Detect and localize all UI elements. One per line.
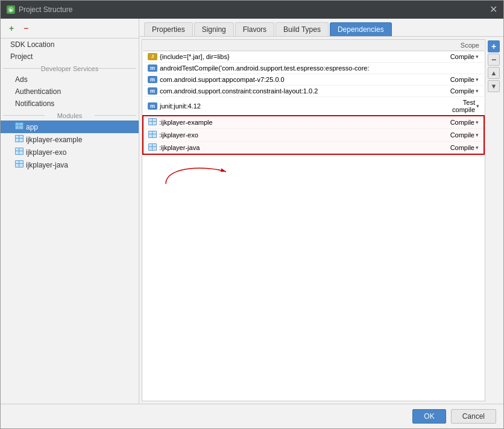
developer-services-section: Developer Services [1, 63, 139, 74]
maven-icon: m [148, 76, 157, 83]
svg-rect-15 [16, 151, 19, 154]
ok-button[interactable]: OK [412, 409, 446, 424]
module-dep-icon [148, 118, 157, 127]
dep-row-8[interactable]: :ijkplayer-java Compile ▾ [143, 142, 484, 155]
move-up-button[interactable]: ▲ [488, 67, 500, 79]
module-name: ijkplayer-java [26, 161, 68, 169]
dep-name-cell: :ijkplayer-java [143, 142, 446, 155]
svg-rect-33 [149, 144, 152, 146]
scope-dropdown[interactable]: Compile ▾ [450, 76, 479, 83]
module-list: appijkplayer-exampleijkplayer-exoijkplay… [1, 121, 139, 171]
scope-value: Compile [450, 53, 474, 60]
dep-name-cell: :ijkplayer-example [143, 116, 446, 129]
sidebar-item-project[interactable]: Project [1, 51, 139, 63]
authentication-label: Authentication [15, 87, 61, 96]
dialog-title: Project Structure [19, 5, 72, 14]
sidebar-item-notifications[interactable]: Notifications [1, 98, 139, 110]
svg-rect-16 [19, 151, 23, 154]
dep-text: com.android.support.constraint:constrain… [160, 87, 318, 95]
maven-icon: m [148, 102, 157, 110]
dep-table-body: J {include=[*.jar], dir=libs} Compile ▾ … [143, 51, 484, 155]
dep-table-container: Scope J {include=[*.jar], dir=libs} Comp… [142, 39, 485, 401]
scope-dropdown[interactable]: Compile ▾ [450, 131, 479, 139]
tab-build_types[interactable]: Build Types [276, 22, 329, 36]
sidebar-module-ijkplayer-exo[interactable]: ijkplayer-exo [1, 146, 139, 158]
title-bar: ▶ Project Structure ✕ [1, 1, 503, 19]
dep-row-3[interactable]: m com.android.support:appcompat-v7:25.0.… [143, 74, 484, 86]
scope-value: Compile [450, 119, 474, 126]
ads-label: Ads [15, 75, 28, 84]
scope-arrow[interactable]: ▾ [476, 77, 479, 83]
dep-text: com.android.support:appcompat-v7:25.0.0 [160, 76, 285, 83]
svg-rect-6 [19, 126, 23, 129]
dep-side-buttons: + − ▲ ▼ [487, 39, 501, 93]
scope-dropdown[interactable]: Compile ▾ [450, 53, 479, 60]
add-module-button[interactable]: + [5, 22, 17, 34]
scope-dropdown[interactable]: Compile ▾ [450, 87, 479, 95]
scope-arrow[interactable]: ▾ [476, 103, 479, 109]
add-dependency-button[interactable]: + [488, 40, 500, 52]
dep-name-cell: J {include=[*.jar], dir=libs} [143, 51, 446, 63]
cancel-button[interactable]: Cancel [451, 409, 496, 424]
jar-icon: J [148, 53, 157, 60]
scope-arrow[interactable]: ▾ [476, 132, 479, 138]
module-dep-icon [148, 143, 157, 152]
svg-rect-20 [16, 164, 19, 167]
dep-text: :ijkplayer-java [159, 144, 200, 151]
dep-name-cell: :ijkplayer-exo [143, 129, 446, 142]
svg-rect-31 [153, 134, 156, 137]
main-content: PropertiesSigningFlavorsBuild TypesDepen… [139, 19, 503, 404]
tab-dependencies[interactable]: Dependencies [330, 22, 392, 36]
dep-column-header [143, 40, 446, 51]
dep-row-7[interactable]: :ijkplayer-exo Compile ▾ [143, 129, 484, 142]
remove-module-button[interactable]: − [20, 22, 32, 34]
scope-arrow[interactable]: ▾ [476, 54, 479, 60]
dep-row-4[interactable]: m com.android.support.constraint:constra… [143, 86, 484, 97]
app-icon: ▶ [7, 5, 15, 14]
svg-rect-21 [19, 164, 23, 167]
module-icon [15, 148, 24, 157]
scope-value: Compile [450, 76, 474, 83]
scope-arrow[interactable]: ▾ [476, 119, 479, 125]
dep-text: androidTestCompile('com.android.support.… [160, 64, 370, 72]
svg-rect-36 [153, 147, 156, 150]
svg-rect-24 [153, 119, 156, 121]
svg-rect-23 [149, 119, 152, 121]
scope-arrow[interactable]: ▾ [476, 145, 479, 151]
dep-text: junit:junit:4.12 [160, 102, 201, 110]
tabs-bar: PropertiesSigningFlavorsBuild TypesDepen… [139, 19, 503, 37]
dep-scope-cell: Compile ▾ [446, 74, 484, 86]
sidebar-item-ads[interactable]: Ads [1, 74, 139, 86]
scope-dropdown[interactable]: Compile ▾ [450, 119, 479, 126]
move-down-button[interactable]: ▼ [488, 80, 500, 92]
dep-row-1[interactable]: J {include=[*.jar], dir=libs} Compile ▾ [143, 51, 484, 63]
sidebar-module-ijkplayer-java[interactable]: ijkplayer-java [1, 158, 139, 171]
scope-column-header: Scope [446, 40, 484, 51]
title-bar-left: ▶ Project Structure [7, 5, 72, 14]
sidebar-module-ijkplayer-example[interactable]: ijkplayer-example [1, 133, 139, 146]
svg-rect-11 [19, 139, 23, 142]
tab-signing[interactable]: Signing [194, 22, 234, 36]
module-icon [15, 122, 24, 131]
sidebar-module-app[interactable]: app [1, 121, 139, 133]
scope-dropdown[interactable]: Compile ▾ [450, 144, 479, 151]
dep-row-2[interactable]: m androidTestCompile('com.android.suppor… [143, 63, 484, 74]
svg-rect-19 [19, 161, 23, 163]
sidebar-item-authentication[interactable]: Authentication [1, 86, 139, 98]
sidebar-item-sdk-location[interactable]: SDK Location [1, 39, 139, 51]
dep-row-6[interactable]: :ijkplayer-example Compile ▾ [143, 116, 484, 129]
maven-icon: m [148, 87, 157, 95]
remove-dependency-button[interactable]: − [488, 54, 500, 66]
svg-rect-10 [16, 139, 19, 142]
dep-row-5[interactable]: m junit:junit:4.12 Test compile ▾ [143, 97, 484, 116]
dep-text: {include=[*.jar], dir=libs} [160, 53, 230, 60]
maven-icon: m [148, 64, 157, 72]
tab-properties[interactable]: Properties [144, 22, 193, 36]
scope-arrow[interactable]: ▾ [476, 88, 479, 94]
svg-rect-13 [16, 148, 19, 151]
tab-flavors[interactable]: Flavors [235, 22, 274, 36]
svg-rect-18 [16, 161, 19, 163]
dep-name-cell: m androidTestCompile('com.android.suppor… [143, 63, 446, 74]
close-button[interactable]: ✕ [490, 5, 497, 14]
scope-dropdown[interactable]: Test compile ▾ [450, 99, 479, 113]
